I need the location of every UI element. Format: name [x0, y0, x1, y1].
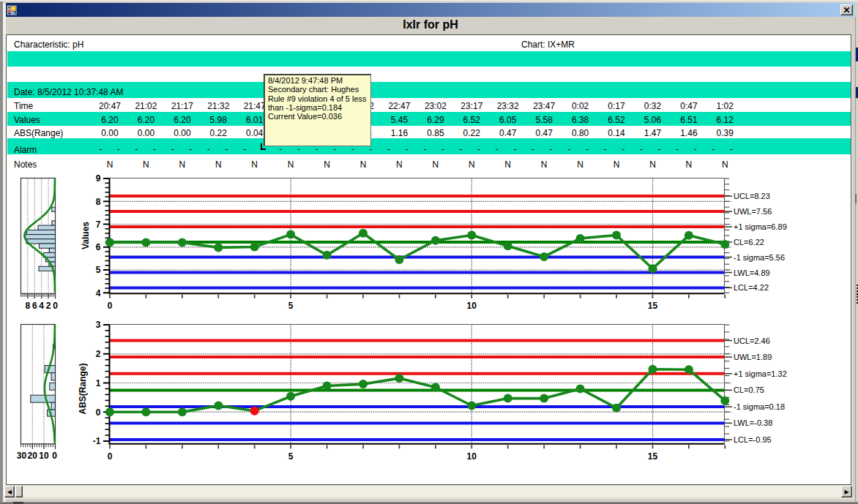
svg-text:0: 0: [52, 451, 57, 461]
svg-text:5: 5: [96, 265, 101, 275]
svg-text:5: 5: [288, 451, 294, 462]
svg-text:0: 0: [96, 407, 101, 418]
svg-text:0: 0: [108, 451, 113, 462]
svg-text:10: 10: [39, 451, 49, 461]
svg-text:7: 7: [96, 219, 101, 230]
svg-text:20: 20: [28, 451, 38, 461]
svg-text:+1 sigma=1.32: +1 sigma=1.32: [734, 369, 787, 378]
svg-text:LCL=4.22: LCL=4.22: [734, 283, 769, 292]
svg-text:1: 1: [96, 378, 101, 388]
svg-text:6: 6: [96, 242, 101, 252]
svg-text:-1: -1: [93, 436, 101, 446]
svg-text:CL=0.75: CL=0.75: [734, 385, 764, 394]
svg-text:3: 3: [96, 320, 101, 330]
svg-text:ABS(Range): ABS(Range): [78, 363, 88, 414]
svg-text:8: 8: [96, 197, 101, 207]
svg-text:UWL=1.89: UWL=1.89: [734, 353, 772, 361]
svg-text:15: 15: [648, 451, 658, 462]
svg-text:LCL=-0.95: LCL=-0.95: [734, 435, 772, 444]
svg-text:LWL=4.89: LWL=4.89: [734, 268, 770, 277]
svg-text:CL=6.22: CL=6.22: [734, 238, 764, 247]
svg-text:2: 2: [96, 349, 101, 359]
svg-text:4: 4: [96, 288, 101, 298]
svg-text:0: 0: [108, 301, 113, 311]
svg-text:8: 8: [26, 301, 31, 311]
svg-text:4: 4: [39, 301, 44, 311]
svg-text:10: 10: [467, 451, 477, 462]
svg-text:+1 sigma=6.89: +1 sigma=6.89: [734, 222, 787, 231]
svg-text:10: 10: [467, 301, 477, 311]
svg-text:0: 0: [53, 301, 58, 311]
svg-text:Values: Values: [81, 222, 91, 249]
svg-text:6: 6: [32, 301, 37, 311]
svg-text:LWL=-0.38: LWL=-0.38: [734, 418, 772, 427]
svg-text:9: 9: [96, 173, 101, 184]
svg-text:2: 2: [46, 301, 51, 311]
svg-text:15: 15: [648, 301, 658, 311]
svg-text:5: 5: [288, 301, 294, 311]
svg-text:UCL=2.46: UCL=2.46: [734, 336, 770, 345]
svg-text:UCL=8.23: UCL=8.23: [734, 192, 770, 200]
svg-text:UWL=7.56: UWL=7.56: [734, 207, 772, 216]
svg-text:30: 30: [17, 451, 27, 461]
svg-text:-1 sigma=0.18: -1 sigma=0.18: [734, 402, 785, 411]
svg-text:-1 sigma=5.56: -1 sigma=5.56: [734, 253, 785, 262]
